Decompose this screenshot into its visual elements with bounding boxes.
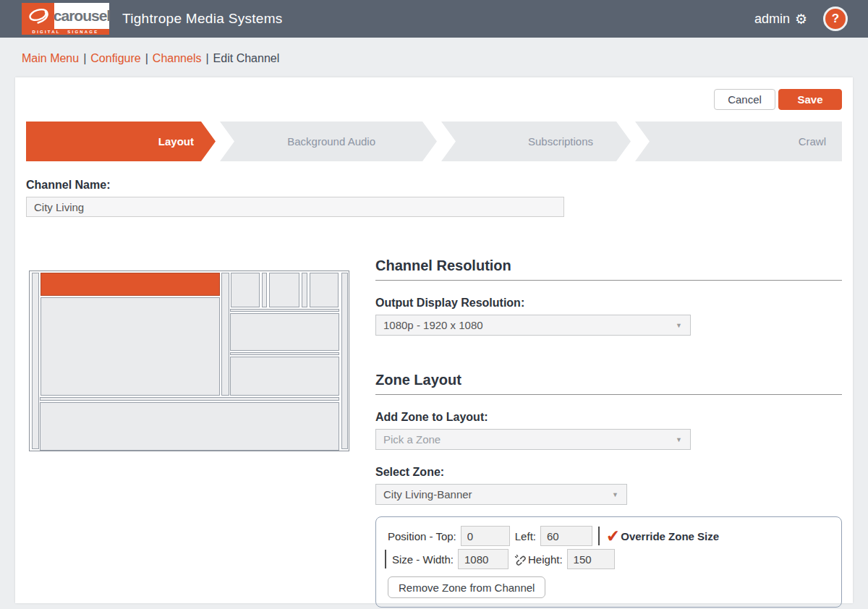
zone-rect-thin-1[interactable] (262, 273, 267, 307)
breadcrumb-main-menu[interactable]: Main Menu (22, 52, 79, 64)
zone-rect-small-3[interactable] (310, 273, 339, 307)
zone-rect-hstrip-2[interactable] (230, 352, 339, 355)
heading-rule (375, 394, 842, 395)
zone-rect-main[interactable] (41, 297, 220, 396)
admin-menu[interactable]: admin ⚙ (754, 12, 807, 27)
zone-rect-thin-2[interactable] (302, 273, 307, 307)
zone-rect-bottom-strip[interactable] (40, 397, 339, 401)
username: admin (754, 12, 790, 27)
chevron-down-icon: ▼ (676, 436, 682, 443)
zone-rect-hstrip-1[interactable] (230, 309, 339, 312)
chevron-down-icon: ▼ (612, 491, 618, 498)
zone-rect-medium-2[interactable] (230, 357, 339, 396)
edit-channel-card: Cancel Save Layout Background Audio Subs… (15, 77, 853, 603)
channel-name-input[interactable] (26, 197, 564, 217)
chevron-down-icon: ▼ (676, 322, 682, 329)
save-button[interactable]: Save (778, 89, 842, 110)
add-zone-value: Pick a Zone (383, 433, 441, 446)
output-resolution-value: 1080p - 1920 x 1080 (383, 319, 483, 331)
zone-rect-medium-1[interactable] (230, 313, 339, 351)
zone-rect-left-strip[interactable] (32, 273, 39, 449)
breadcrumb-current: Edit Channel (213, 52, 280, 64)
add-zone-dropdown[interactable]: Pick a Zone ▼ (375, 429, 691, 450)
swirl-icon (25, 6, 51, 26)
tab-bar: Layout Background Audio Subscriptions Cr… (26, 122, 842, 161)
select-zone-value: City Living-Banner (383, 488, 472, 501)
tab-layout[interactable]: Layout (26, 122, 216, 161)
heading-rule (375, 280, 842, 281)
brand-tagline: DIGITAL SIGNAGE (22, 29, 109, 35)
zone-properties-panel: Position - Top: Left: ✔ Override Zone Si… (375, 516, 842, 608)
output-resolution-label: Output Display Resolution: (375, 297, 842, 310)
zone-rect-banner-selected[interactable] (41, 273, 220, 296)
unlink-icon (514, 553, 526, 566)
cancel-button[interactable]: Cancel (714, 89, 775, 110)
size-height-label: Height: (528, 553, 563, 566)
divider (385, 550, 386, 568)
zone-rect-right-strip[interactable] (341, 273, 348, 449)
breadcrumb-separator: | (205, 52, 208, 64)
brand-name: carousel (54, 3, 109, 29)
position-left-label: Left: (515, 530, 536, 542)
action-button-row: Cancel Save (15, 77, 853, 110)
zone-rect-small-2[interactable] (269, 273, 299, 307)
remove-zone-button[interactable]: Remove Zone from Channel (388, 576, 545, 598)
breadcrumb-configure[interactable]: Configure (90, 52, 140, 64)
carousel-swirl-icon (22, 3, 54, 29)
zone-rect-bottom[interactable] (40, 402, 339, 451)
zone-rect-small-1[interactable] (231, 273, 260, 307)
select-zone-label: Select Zone: (375, 466, 842, 479)
app-title: Tightrope Media Systems (122, 11, 283, 27)
size-width-label: Size - Width: (392, 553, 454, 566)
position-top-label: Position - Top: (388, 530, 456, 542)
select-zone-dropdown[interactable]: City Living-Banner ▼ (375, 484, 627, 505)
channel-name-label: Channel Name: (26, 179, 842, 192)
zone-layout-preview (29, 271, 349, 451)
output-resolution-dropdown[interactable]: 1080p - 1920 x 1080 ▼ (375, 315, 691, 336)
breadcrumb-separator: | (83, 52, 86, 64)
breadcrumb: Main Menu|Configure|Channels|Edit Channe… (0, 38, 868, 77)
tab-background-audio[interactable]: Background Audio (220, 122, 437, 161)
top-header-bar: carousel DIGITAL SIGNAGE Tightrope Media… (0, 0, 868, 38)
tab-crawl[interactable]: Crawl (635, 122, 842, 161)
breadcrumb-channels[interactable]: Channels (153, 52, 202, 64)
zone-layout-heading: Zone Layout (375, 372, 842, 388)
override-zone-size-label[interactable]: Override Zone Size (621, 530, 719, 542)
gear-icon[interactable]: ⚙ (795, 12, 807, 26)
divider (598, 527, 600, 545)
position-left-input[interactable] (540, 526, 592, 546)
breadcrumb-separator: | (145, 52, 148, 64)
override-check-icon[interactable]: ✔ (605, 527, 621, 545)
add-zone-label: Add Zone to Layout: (375, 411, 842, 424)
carousel-logo[interactable]: carousel DIGITAL SIGNAGE (22, 3, 109, 35)
tab-subscriptions[interactable]: Subscriptions (441, 122, 631, 161)
help-button[interactable]: ? (823, 7, 848, 31)
size-height-input[interactable] (567, 549, 615, 569)
zone-rect-mid-strip[interactable] (221, 273, 229, 396)
position-top-input[interactable] (461, 526, 510, 546)
channel-resolution-heading: Channel Resolution (375, 257, 842, 274)
size-width-input[interactable] (458, 549, 509, 569)
